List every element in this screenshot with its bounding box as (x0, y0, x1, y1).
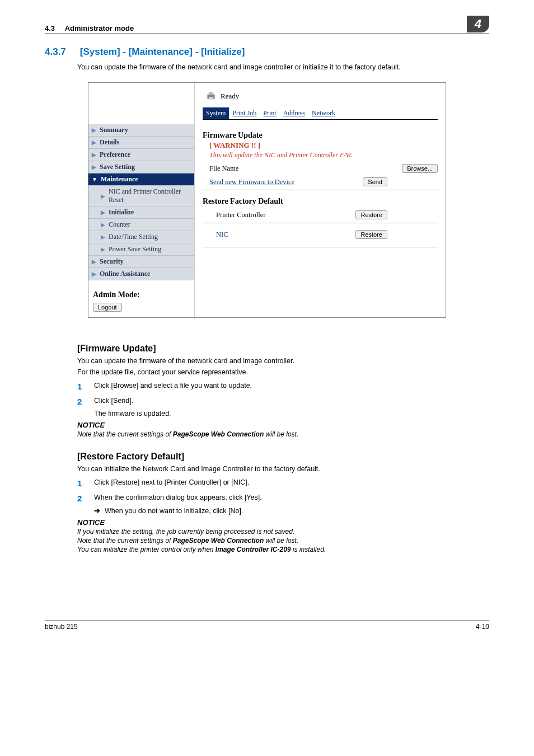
chevron-right-icon: ▶ (92, 164, 96, 170)
sidebar-label: Security (100, 257, 124, 266)
tab-system[interactable]: System (203, 107, 229, 119)
admin-mode-label: Admin Mode: (93, 290, 190, 299)
sidebar-item-initialize[interactable]: ▶Initialize (88, 206, 194, 219)
notice-text: will be lost. (264, 537, 298, 544)
send-firmware-link[interactable]: Send new Firmware to Device (209, 178, 294, 186)
step-text: Click [Restore] next to [Printer Control… (94, 478, 249, 486)
header-num: 4.3 (45, 24, 55, 32)
send-row: Send new Firmware to Device Send (209, 177, 438, 186)
warning-label: [ WARNING !! ] (209, 141, 438, 150)
sidebar-label: Online Assistance (100, 270, 150, 278)
fw-p1: You can update the firmware of the netwo… (77, 357, 489, 365)
sidebar-item-nic-reset[interactable]: ▶NIC and Printer Controller Reset (88, 186, 194, 206)
printer-controller-row: Printer Controller Restore (209, 210, 438, 219)
header-label: Administrator mode (65, 24, 134, 32)
sidebar-item-security[interactable]: ▶Security (88, 256, 194, 268)
sidebar-item-save-setting[interactable]: ▶Save Setting (88, 161, 194, 173)
divider (203, 190, 438, 190)
sidebar-item-details[interactable]: ▶Details (88, 137, 194, 149)
section-number: 4.3.7 (45, 46, 77, 58)
footer-right: 4-10 (476, 623, 489, 631)
sidebar-item-counter[interactable]: ▶Counter (88, 219, 194, 231)
tab-printjob[interactable]: Print Job (229, 107, 260, 119)
fw-step1: 1 Click [Browse] and select a file you w… (77, 382, 489, 391)
nic-row: NIC Restore (209, 230, 438, 239)
sidebar-item-maintenance[interactable]: ▼Maintenance (88, 173, 194, 186)
printer-controller-label: Printer Controller (216, 211, 266, 219)
sidebar-label: Preference (100, 151, 130, 159)
fw-step2: 2 Click [Send]. (77, 397, 489, 406)
rf-p1: You can initialize the Network Card and … (77, 465, 489, 473)
fw-notice-body: Note that the current settings of PageSc… (77, 430, 489, 438)
chevron-right-icon: ▶ (92, 259, 96, 265)
filename-label: File Name (209, 165, 238, 173)
sidebar-label: Initialize (109, 208, 134, 217)
sidebar-item-summary[interactable]: ▶Summary (88, 124, 194, 137)
sidebar-item-online-assist[interactable]: ▶Online Assistance (88, 268, 194, 280)
step-number: 1 (77, 382, 94, 391)
step-text: Click [Browse] and select a file you wan… (94, 382, 252, 389)
notice-text: Note that the current settings of (77, 537, 173, 544)
tab-address[interactable]: Address (280, 107, 308, 119)
nic-label: NIC (216, 231, 228, 239)
sidebar-column (88, 83, 195, 124)
status-text: Ready (221, 92, 239, 101)
step-number: 2 (77, 397, 94, 406)
firmware-update-subheading: [Firmware Update] (77, 344, 489, 354)
header-section-ref: 4.3 Administrator mode (45, 24, 134, 32)
fw-p2: For the update file, contact your servic… (77, 368, 489, 376)
sidebar-label: Counter (109, 220, 130, 229)
chevron-right-icon: ▶ (92, 271, 96, 277)
svg-rect-2 (209, 97, 213, 100)
chevron-right-icon: ▶ (101, 234, 105, 240)
rf-notice3: You can initialize the printer control o… (77, 546, 489, 553)
divider (203, 247, 438, 247)
admin-mode-block: Admin Mode: Logout (88, 280, 194, 317)
chevron-right-icon: ▶ (101, 222, 105, 228)
intro-text: You can update the firmware of the netwo… (77, 63, 489, 71)
page-footer: bizhub 215 4-10 (45, 621, 489, 631)
step-text: Click [Send]. (94, 397, 133, 405)
chevron-right-icon: ▶ (92, 139, 96, 145)
tab-network[interactable]: Network (308, 107, 339, 119)
printer-icon (205, 91, 217, 102)
logout-button[interactable]: Logout (93, 303, 122, 312)
section-heading: [System] - [Maintenance] - [Initialize] (80, 46, 245, 57)
sidebar-item-datetime[interactable]: ▶Date/Time Setting (88, 231, 194, 243)
sidebar-label: Details (100, 138, 119, 147)
rf-notice2: Note that the current settings of PageSc… (77, 537, 489, 544)
tab-print[interactable]: Print (260, 107, 279, 119)
filename-row: File Name Browse... (209, 164, 438, 173)
notice-text: will be lost. (264, 430, 298, 438)
restore-default-subheading: [Restore Factory Default] (77, 452, 489, 462)
send-button[interactable]: Send (363, 177, 387, 186)
fw-step2-result: The firmware is updated. (94, 410, 489, 417)
rf-step1: 1 Click [Restore] next to [Printer Contr… (77, 478, 489, 488)
chevron-right-icon: ▶ (92, 152, 96, 158)
section-title: 4.3.7 [System] - [Maintenance] - [Initia… (45, 46, 489, 58)
sidebar-label: NIC and Printer Controller Reset (109, 187, 191, 204)
tabs: System Print Job Print Address Network (203, 107, 438, 120)
restore-printer-button[interactable]: Restore (355, 210, 387, 219)
arrow-right-icon: ➔ (94, 506, 100, 515)
screenshot-panel: Ready System Print Job Print Address Net… (88, 82, 446, 318)
sidebar-item-powersave[interactable]: ▶Power Save Setting (88, 243, 194, 256)
rf-notice1: If you initialize the setting, the job c… (77, 528, 489, 536)
rf-step2: 2 When the confirmation dialog box appea… (77, 494, 489, 503)
restore-nic-button[interactable]: Restore (355, 230, 387, 239)
step-number: 1 (77, 478, 94, 488)
sidebar-item-preference[interactable]: ▶Preference (88, 149, 194, 161)
browse-button[interactable]: Browse... (402, 164, 438, 173)
chevron-right-icon: ▶ (101, 193, 105, 199)
svg-rect-1 (209, 92, 213, 95)
status-bar: Ready (203, 87, 438, 105)
substep-text: When you do not want to initialize, clic… (105, 507, 243, 515)
sidebar-label: Save Setting (100, 163, 135, 171)
notice-text: is installed. (291, 546, 326, 553)
sidebar-label: Date/Time Setting (109, 233, 158, 241)
step-text: When the confirmation dialog box appears… (94, 494, 262, 501)
chevron-right-icon: ▶ (101, 246, 105, 252)
chevron-down-icon: ▼ (92, 176, 97, 182)
chevron-right-icon: ▶ (92, 127, 96, 133)
divider (203, 223, 438, 223)
